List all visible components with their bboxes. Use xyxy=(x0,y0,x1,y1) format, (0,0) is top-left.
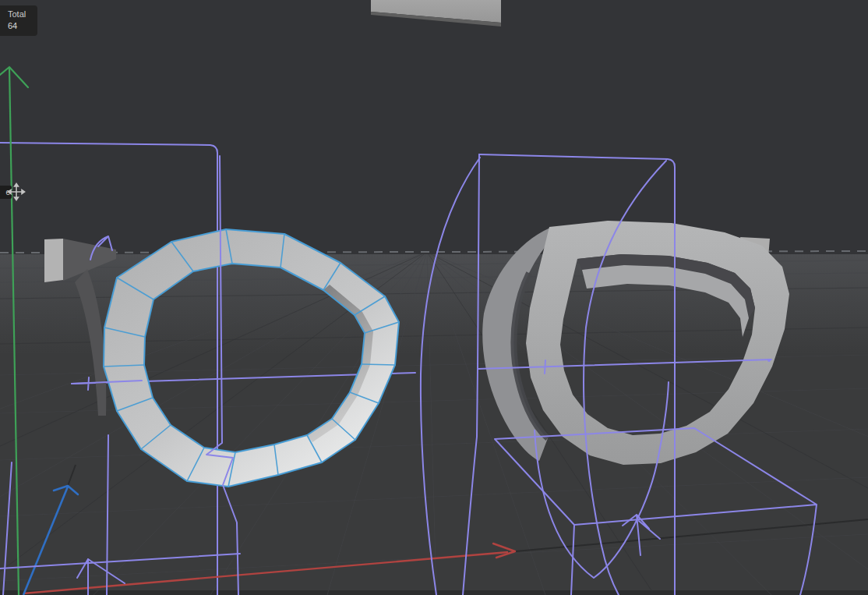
stats-panel: Total 64 xyxy=(0,5,37,36)
bottom-strip xyxy=(0,590,868,595)
3d-viewport[interactable]: Total 64 e xyxy=(0,0,868,595)
move-cursor-icon xyxy=(6,182,26,202)
scene-svg xyxy=(0,0,868,595)
stats-value: 64 xyxy=(8,20,33,32)
sky-region xyxy=(0,0,868,254)
stats-label: Total xyxy=(8,9,33,20)
